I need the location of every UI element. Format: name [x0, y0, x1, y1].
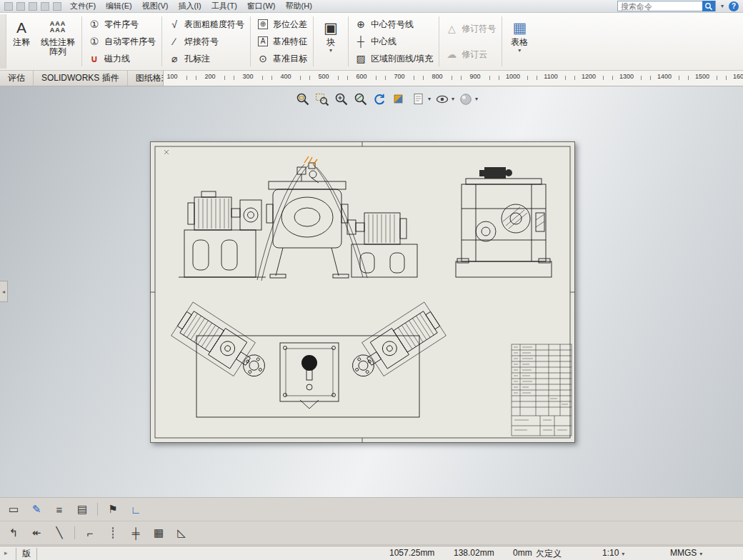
help-icon[interactable]: ?: [729, 1, 739, 11]
sheet-tab[interactable]: 版: [16, 548, 37, 560]
plan-view: [171, 302, 447, 417]
quick-access-icon[interactable]: [41, 2, 49, 11]
zoom-in-out-button[interactable]: [333, 91, 349, 107]
zoom-area-button[interactable]: [314, 91, 330, 107]
datum-feature-button[interactable]: A 基准特征: [256, 34, 307, 50]
ruler-tick-label: 100: [166, 73, 177, 80]
block-caret-icon[interactable]: ▾: [329, 47, 332, 54]
ruler-tick-mark: [347, 76, 348, 80]
ribbon-separator: [250, 16, 251, 66]
area-hatch-button[interactable]: ▨ 区域剖面线/填充: [354, 51, 433, 67]
ruler-tick-mark: [499, 76, 499, 80]
ruler-tick-mark: [300, 76, 301, 80]
ruler-tick-label: 900: [469, 73, 480, 80]
display-style-button[interactable]: [457, 91, 474, 107]
ruler-tick-label: 600: [356, 73, 366, 80]
centerline-group: ⊕ 中心符号线 ┼ 中心线 ▨ 区域剖面线/填充: [351, 14, 437, 69]
menu-item[interactable]: 工具(T): [211, 1, 237, 11]
dotted-corner-icon[interactable]: ┊: [105, 525, 121, 541]
angle-icon[interactable]: ◺: [174, 525, 189, 541]
zoom-fit-button[interactable]: [294, 91, 311, 107]
menu-item[interactable]: 帮助(H): [286, 1, 312, 11]
corner-icon[interactable]: ∟: [128, 501, 144, 517]
tab-evaluate[interactable]: 评估: [0, 71, 34, 86]
sheet-nav-icon[interactable]: ▸: [4, 549, 8, 556]
center-mark-button[interactable]: ⊕ 中心符号线: [354, 16, 433, 33]
units-selector[interactable]: MMGS▾: [670, 548, 702, 558]
view-settings-caret-icon[interactable]: ▾: [428, 96, 431, 102]
diagonal-line-icon[interactable]: ╲: [51, 525, 67, 541]
ribbon-separator: [439, 16, 439, 66]
datum-target-button[interactable]: ⊙ 基准目标: [256, 51, 307, 67]
ruler-tick-mark: [688, 76, 689, 80]
balloon-button[interactable]: ① 零件序号: [88, 16, 156, 33]
view-settings-button[interactable]: [410, 91, 427, 107]
panel-collapse-tab[interactable]: ◂: [0, 281, 8, 302]
revision-cloud-button[interactable]: ☁ 修订云: [445, 46, 496, 63]
search-options-caret[interactable]: ▾: [721, 3, 724, 9]
area-hatch-icon: ▨: [354, 54, 367, 64]
ruler-tick-mark: [338, 76, 339, 80]
search-icon[interactable]: [702, 1, 715, 11]
sketch-toolbar: ↰↞╲⌐┊╪▦◺: [0, 521, 743, 545]
menu-item[interactable]: 窗口(W): [247, 1, 276, 11]
surface-finish-button[interactable]: √ 表面粗糙度符号: [168, 16, 244, 33]
return-arrow-icon[interactable]: ↰: [6, 525, 21, 541]
table-caret-icon[interactable]: ▾: [518, 47, 521, 54]
auto-balloon-button[interactable]: ① 自动零件序号: [88, 34, 156, 50]
magnet-icon: ∪: [88, 54, 101, 64]
corner-frame-icon[interactable]: ⌐: [82, 525, 98, 541]
ruler-tick-mark: [309, 76, 310, 80]
tab-solidworks-addins[interactable]: SOLIDWORKS 插件: [34, 71, 128, 86]
menu-item[interactable]: 编辑(E): [106, 1, 132, 11]
revision-symbol-icon: △: [445, 24, 458, 34]
gtol-button[interactable]: ⊕ 形位公差: [256, 16, 307, 33]
ruler-tick-mark: [271, 76, 272, 80]
rewind-icon[interactable]: ↞: [29, 525, 44, 541]
graphics-area[interactable]: ▾ ▾ ▾: [0, 86, 743, 497]
redraw-button[interactable]: [372, 91, 388, 107]
drawing-sheet[interactable]: [150, 141, 575, 443]
hide-show-items-button[interactable]: [434, 91, 450, 107]
ruler-tick-mark: [489, 76, 490, 80]
line-styles-icon[interactable]: ≡: [51, 501, 67, 517]
ribbon-separator: [348, 16, 349, 66]
flag-icon[interactable]: ⚑: [105, 501, 121, 517]
menu-item[interactable]: 视图(V): [142, 1, 169, 11]
hatch-lines-icon[interactable]: ▤: [74, 501, 90, 517]
quick-access-icon[interactable]: [53, 2, 61, 11]
hide-show-caret-icon[interactable]: ▾: [452, 96, 454, 102]
clipped-ribbon-button[interactable]: [0, 14, 6, 69]
quick-access-icon[interactable]: [4, 2, 13, 11]
ibeam-icon[interactable]: ╪: [128, 525, 144, 541]
magnetic-line-button[interactable]: ∪ 磁力线: [88, 51, 156, 67]
ruler-tick-mark: [452, 76, 452, 80]
zoom-selection-button[interactable]: [352, 91, 369, 107]
quick-access-icon[interactable]: [29, 2, 37, 11]
block-button[interactable]: ▣ 块 ▾: [316, 14, 346, 69]
ruler-tick-mark: [650, 76, 651, 80]
note-button[interactable]: A 注释: [6, 14, 36, 69]
revision-symbol-button[interactable]: △ 修订符号: [445, 21, 496, 37]
centerline-button[interactable]: ┼ 中心线: [354, 34, 433, 50]
pencil-icon[interactable]: ✎: [29, 501, 44, 517]
menu-item[interactable]: 文件(F): [70, 1, 96, 11]
ruler-tick-mark: [385, 76, 386, 80]
ruler-tick-mark: [641, 76, 642, 80]
linear-note-pattern-button[interactable]: AAAAAA 线性注释阵列: [36, 14, 79, 69]
menu-item[interactable]: 插入(I): [178, 1, 201, 11]
display-style-caret-icon[interactable]: ▾: [475, 96, 478, 102]
scale-selector[interactable]: 1:10▾: [602, 548, 624, 558]
weld-symbol-button[interactable]: ∕ 焊接符号: [168, 34, 244, 50]
table-button[interactable]: ▦ 表格 ▾: [504, 14, 534, 69]
toolbar-divider: [97, 503, 98, 516]
section-view-button[interactable]: [391, 91, 407, 107]
ruler-tick-mark: [262, 76, 263, 80]
ribbon-separator: [502, 16, 502, 66]
quick-access-icon[interactable]: [16, 2, 25, 11]
grid-icon[interactable]: ▦: [151, 525, 166, 541]
hole-callout-button[interactable]: ⌀ 孔标注: [168, 51, 244, 67]
search-input[interactable]: [618, 1, 702, 11]
ruler-tick-mark: [224, 76, 225, 80]
swatch-icon[interactable]: ▭: [6, 501, 21, 517]
